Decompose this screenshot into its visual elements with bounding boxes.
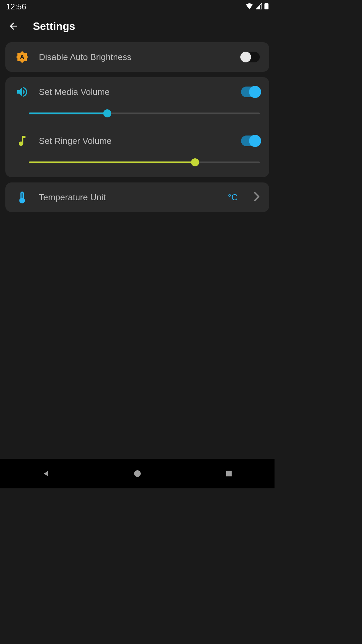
auto-brightness-card: A Disable Auto Brightness [5,42,269,72]
media-volume-toggle[interactable] [241,87,260,97]
ringer-volume-slider[interactable] [29,158,260,167]
media-volume-label: Set Media Volume [39,87,232,97]
auto-brightness-label: Disable Auto Brightness [39,52,232,62]
status-bar: 12:56 [0,0,275,13]
status-time: 12:56 [6,2,26,11]
media-volume-row[interactable]: Set Media Volume [15,85,260,99]
auto-brightness-row[interactable]: A Disable Auto Brightness [15,50,260,64]
circle-home-icon [133,470,141,478]
nav-back-button[interactable] [33,467,59,480]
temperature-card: Temperature Unit °C [5,182,269,212]
nav-home-button[interactable] [124,467,151,480]
square-recent-icon [225,470,233,477]
thermometer-icon [15,190,29,205]
ringer-volume-label: Set Ringer Volume [39,136,232,146]
chevron-right-icon [254,192,260,203]
temperature-value: °C [228,192,238,203]
media-volume-slider[interactable] [29,109,260,118]
svg-rect-1 [265,3,267,4]
nav-bar [0,459,275,488]
wifi-icon [246,2,253,11]
svg-point-5 [134,470,141,477]
back-button[interactable] [6,19,21,34]
ringer-volume-toggle[interactable] [241,136,260,146]
triangle-back-icon [42,470,50,478]
ringer-volume-row[interactable]: Set Ringer Volume [15,133,260,148]
svg-rect-4 [21,193,22,198]
battery-icon [264,2,268,11]
nav-recent-button[interactable] [216,467,242,480]
svg-text:A: A [20,54,24,60]
music-note-icon [15,133,29,148]
svg-rect-0 [264,3,268,9]
header: Settings [0,13,275,42]
temperature-label: Temperature Unit [39,192,219,203]
auto-brightness-icon: A [15,50,29,64]
volume-card: Set Media Volume Set Ringer Volume [5,77,269,177]
page-title: Settings [33,20,75,33]
temperature-row[interactable]: Temperature Unit °C [15,190,260,205]
arrow-left-icon [8,21,19,32]
volume-icon [15,85,29,99]
status-icons [246,2,268,11]
signal-icon [256,2,262,11]
svg-rect-6 [226,471,232,477]
auto-brightness-toggle[interactable] [241,52,260,62]
